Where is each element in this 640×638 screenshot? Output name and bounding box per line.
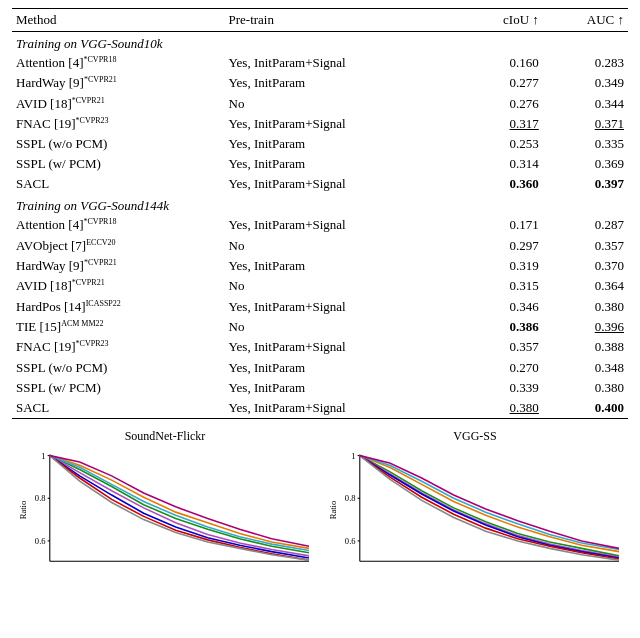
ciou-cell: 0.319 — [460, 256, 542, 276]
auc-cell: 0.335 — [543, 134, 628, 154]
soundnet-flickr-chart: SoundNet-Flickr 1 0.8 0.6 Ratio — [12, 429, 318, 577]
pretrain-cell: No — [225, 317, 461, 337]
table-row: AVID [18]*CVPR21No0.2760.344 — [12, 94, 628, 114]
results-table: Method Pre-train cIoU ↑ AUC ↑ Training o… — [12, 8, 628, 419]
table-row: Attention [4]*CVPR18Yes, InitParam+Signa… — [12, 215, 628, 235]
section-header-row: Training on VGG-Sound144k — [12, 194, 628, 215]
auc-cell: 0.380 — [543, 297, 628, 317]
auc-cell: 0.371 — [543, 114, 628, 134]
vgg-ss-chart: VGG-SS 1 0.8 0.6 Ratio — [322, 429, 628, 577]
auc-cell: 0.349 — [543, 73, 628, 93]
ciou-cell: 0.171 — [460, 215, 542, 235]
ciou-cell: 0.160 — [460, 53, 542, 73]
ciou-cell: 0.360 — [460, 174, 542, 194]
svg-text:1: 1 — [41, 450, 45, 460]
auc-cell: 0.370 — [543, 256, 628, 276]
pretrain-cell: No — [225, 236, 461, 256]
table-row: SSPL (w/o PCM)Yes, InitParam0.2700.348 — [12, 358, 628, 378]
svg-text:0.8: 0.8 — [345, 493, 356, 503]
auc-cell: 0.397 — [543, 174, 628, 194]
table-row: FNAC [19]*CVPR23Yes, InitParam+Signal0.3… — [12, 114, 628, 134]
method-cell: HardWay [9]*CVPR21 — [12, 73, 225, 93]
pretrain-cell: Yes, InitParam+Signal — [225, 174, 461, 194]
table-row: FNAC [19]*CVPR23Yes, InitParam+Signal0.3… — [12, 337, 628, 357]
table-row: Attention [4]*CVPR18Yes, InitParam+Signa… — [12, 53, 628, 73]
method-cell: AVID [18]*CVPR21 — [12, 276, 225, 296]
svg-text:Ratio: Ratio — [18, 500, 28, 518]
svg-text:0.6: 0.6 — [345, 536, 356, 546]
pretrain-cell: Yes, InitParam — [225, 154, 461, 174]
chart-left-wrapper: 1 0.8 0.6 Ratio — [12, 446, 318, 574]
method-cell: SSPL (w/o PCM) — [12, 134, 225, 154]
svg-text:0.6: 0.6 — [35, 536, 46, 546]
pretrain-cell: No — [225, 276, 461, 296]
table-row: HardPos [14]ICASSP22Yes, InitParam+Signa… — [12, 297, 628, 317]
auc-header: AUC ↑ — [543, 9, 628, 32]
auc-cell: 0.357 — [543, 236, 628, 256]
ciou-cell: 0.317 — [460, 114, 542, 134]
ciou-cell: 0.276 — [460, 94, 542, 114]
auc-cell: 0.364 — [543, 276, 628, 296]
method-cell: SACL — [12, 398, 225, 419]
auc-cell: 0.380 — [543, 378, 628, 398]
svg-text:0.8: 0.8 — [35, 493, 46, 503]
svg-text:1: 1 — [351, 450, 355, 460]
pretrain-cell: Yes, InitParam+Signal — [225, 398, 461, 419]
svg-text:Ratio: Ratio — [328, 500, 338, 518]
ciou-cell: 0.315 — [460, 276, 542, 296]
pretrain-cell: Yes, InitParam+Signal — [225, 215, 461, 235]
method-cell: SSPL (w/o PCM) — [12, 358, 225, 378]
auc-cell: 0.283 — [543, 53, 628, 73]
method-cell: SACL — [12, 174, 225, 194]
method-cell: TIE [15]ACM MM22 — [12, 317, 225, 337]
table-row: HardWay [9]*CVPR21Yes, InitParam0.3190.3… — [12, 256, 628, 276]
ciou-cell: 0.380 — [460, 398, 542, 419]
chart-right-svg: 1 0.8 0.6 Ratio — [322, 446, 628, 574]
method-cell: HardPos [14]ICASSP22 — [12, 297, 225, 317]
pretrain-cell: Yes, InitParam — [225, 73, 461, 93]
ciou-cell: 0.253 — [460, 134, 542, 154]
pretrain-cell: Yes, InitParam — [225, 378, 461, 398]
method-cell: Attention [4]*CVPR18 — [12, 215, 225, 235]
table-row: AVID [18]*CVPR21No0.3150.364 — [12, 276, 628, 296]
pretrain-cell: Yes, InitParam+Signal — [225, 114, 461, 134]
pretrain-header: Pre-train — [225, 9, 461, 32]
chart-left-title: SoundNet-Flickr — [12, 429, 318, 444]
ciou-cell: 0.277 — [460, 73, 542, 93]
table-row: SSPL (w/o PCM)Yes, InitParam0.2530.335 — [12, 134, 628, 154]
ciou-cell: 0.314 — [460, 154, 542, 174]
table-row: SACLYes, InitParam+Signal0.3600.397 — [12, 174, 628, 194]
method-cell: AVObject [7]ECCV20 — [12, 236, 225, 256]
ciou-header: cIoU ↑ — [460, 9, 542, 32]
ciou-cell: 0.357 — [460, 337, 542, 357]
table-header-row: Method Pre-train cIoU ↑ AUC ↑ — [12, 9, 628, 32]
pretrain-cell: Yes, InitParam — [225, 358, 461, 378]
pretrain-cell: No — [225, 94, 461, 114]
table-row: AVObject [7]ECCV20No0.2970.357 — [12, 236, 628, 256]
auc-cell: 0.388 — [543, 337, 628, 357]
auc-cell: 0.369 — [543, 154, 628, 174]
auc-cell: 0.396 — [543, 317, 628, 337]
auc-cell: 0.344 — [543, 94, 628, 114]
table-row: HardWay [9]*CVPR21Yes, InitParam0.2770.3… — [12, 73, 628, 93]
section-header-row: Training on VGG-Sound10k — [12, 32, 628, 54]
chart-right-wrapper: 1 0.8 0.6 Ratio — [322, 446, 628, 574]
auc-cell: 0.400 — [543, 398, 628, 419]
method-cell: FNAC [19]*CVPR23 — [12, 337, 225, 357]
auc-cell: 0.348 — [543, 358, 628, 378]
method-cell: SSPL (w/ PCM) — [12, 154, 225, 174]
auc-cell: 0.287 — [543, 215, 628, 235]
pretrain-cell: Yes, InitParam — [225, 256, 461, 276]
pretrain-cell: Yes, InitParam+Signal — [225, 53, 461, 73]
table-row: SACLYes, InitParam+Signal0.3800.400 — [12, 398, 628, 419]
chart-left-svg: 1 0.8 0.6 Ratio — [12, 446, 318, 574]
comparison-table-container: Method Pre-train cIoU ↑ AUC ↑ Training o… — [0, 0, 640, 423]
chart-right-title: VGG-SS — [322, 429, 628, 444]
method-cell: FNAC [19]*CVPR23 — [12, 114, 225, 134]
ciou-cell: 0.386 — [460, 317, 542, 337]
ciou-cell: 0.346 — [460, 297, 542, 317]
charts-area: SoundNet-Flickr 1 0.8 0.6 Ratio — [0, 423, 640, 577]
table-row: SSPL (w/ PCM)Yes, InitParam0.3390.380 — [12, 378, 628, 398]
method-cell: HardWay [9]*CVPR21 — [12, 256, 225, 276]
ciou-cell: 0.339 — [460, 378, 542, 398]
